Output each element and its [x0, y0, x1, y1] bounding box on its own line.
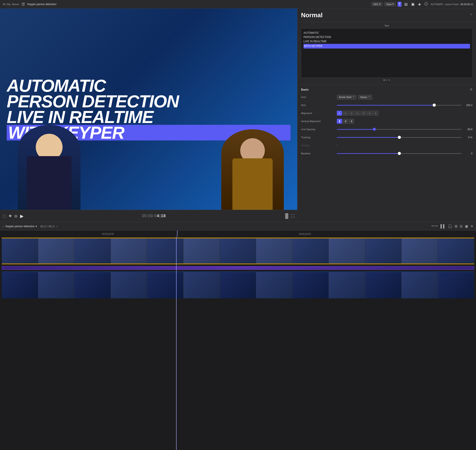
transform-tool-button[interactable]: ✥: [9, 214, 12, 218]
tracking-value: 0 %: [464, 136, 472, 139]
ruler-label-6s: 00:00:06:00: [299, 233, 311, 235]
blend-mode-chevron[interactable]: ⌃: [470, 13, 472, 18]
line-spacing-slider-track[interactable]: [337, 129, 462, 130]
baseline-value: 0: [464, 152, 472, 155]
align-justify4-button[interactable]: ≡: [373, 111, 378, 116]
align-justify3-button[interactable]: ≡: [367, 111, 372, 116]
vertical-alignment-label: Vertical Alignment: [301, 120, 337, 123]
clip-time: 06:11 / 06:11: [41, 225, 55, 228]
baseline-slider-track[interactable]: [337, 153, 462, 154]
playback-controls-bar: ⬚ ✥ ◎ ▶ 00:00:04:18 ⛶: [0, 210, 297, 222]
line-spacing-row: Line Spacing -98.8: [301, 127, 472, 132]
timeline-nav-bar: ‹ Keyper person detection ▾ 06:11 / 06:1…: [0, 222, 476, 230]
audio-meter-button[interactable]: ▌▌: [441, 224, 446, 228]
kerning-row: Kerning 0: [301, 143, 472, 148]
dots-indicator: [301, 78, 472, 83]
vertical-alignment-row: Vertical Alignment ⬆ ⬍ ⬇: [301, 118, 472, 124]
thumb-9: [293, 238, 329, 263]
ruler-mark-4s: 00:00:04:00: [102, 233, 114, 237]
dot-2: [386, 79, 388, 81]
baseline-label: Baseline: [301, 152, 337, 155]
film-icon: 🎬: [21, 2, 25, 6]
thumb-b10: [329, 272, 365, 298]
thumb-b1: [2, 272, 38, 298]
size-slider-track[interactable]: [337, 105, 462, 106]
valign-bottom-button[interactable]: ⬇: [349, 119, 354, 124]
line-spacing-value: -98.8: [464, 128, 472, 131]
color-tool-button[interactable]: ◎: [14, 214, 17, 218]
thumb-10: [329, 238, 365, 263]
timeline-ruler: 00:00:04:00 00:00:06:00: [0, 230, 476, 237]
video-track-2: [0, 271, 476, 299]
valign-top-button[interactable]: ⬆: [337, 119, 342, 124]
align-right-button[interactable]: ≡: [349, 111, 354, 116]
dot-3: [389, 79, 390, 81]
align-left-button[interactable]: ≡: [337, 111, 342, 116]
zoom-button[interactable]: 34% ▾: [372, 2, 383, 6]
grid-button[interactable]: ⊟: [460, 224, 463, 228]
video-text-line-2: PERSON DETECTION: [7, 94, 290, 109]
nav-next-button[interactable]: ›: [57, 225, 58, 228]
thumb-12: [402, 238, 438, 263]
text-line-3: LIVE IN REALTIME: [303, 39, 470, 44]
clip-title: Keyper person detection ▾: [6, 225, 37, 228]
inspector-panel: Normal ⌃ Text AUTOMATIC PERSON DETECTION…: [297, 8, 476, 222]
text-editor[interactable]: AUTOMATIC PERSON DETECTION LIVE IN REALT…: [301, 28, 472, 78]
timeline-ruler-playhead: [177, 231, 177, 237]
film-tool-button[interactable]: ▣: [410, 2, 415, 7]
tracking-slider-track[interactable]: [337, 137, 462, 138]
reset-basic-button[interactable]: ↺: [470, 88, 472, 91]
blend-mode-header: Normal ⌃: [297, 8, 476, 22]
monitor-button[interactable]: ▣: [465, 224, 468, 228]
media-info: 4K 25p, Stereo: [3, 3, 19, 6]
line-spacing-label: Line Spacing: [301, 128, 337, 131]
thumb-b8: [256, 272, 293, 298]
valign-middle-button[interactable]: ⬍: [343, 119, 348, 124]
info-tool-button[interactable]: ⓘ: [424, 1, 429, 7]
tracking-row: Tracking 0 %: [301, 135, 472, 140]
thumb-b13: [438, 272, 474, 298]
settings-button[interactable]: ✕: [470, 224, 473, 228]
play-button[interactable]: ▶: [20, 213, 23, 219]
top-timecode: 00:00:06:11: [460, 3, 473, 6]
font-family-select[interactable]: Avenir Next ⌃: [337, 95, 356, 100]
ruler-mark-6s: 00:00:06:00: [299, 233, 311, 237]
headphones-button[interactable]: 🎧: [448, 224, 452, 228]
size-value: 250.2: [464, 104, 472, 107]
thumb-7: [220, 238, 256, 263]
thumb-b3: [74, 272, 111, 298]
align-justify2-button[interactable]: ≡: [361, 111, 366, 116]
size-row: Size 250.2: [301, 102, 472, 108]
font-weight-select[interactable]: Heavy ⌃: [358, 95, 372, 100]
video-track-2-strip: [2, 272, 474, 298]
vertical-alignment-group: ⬆ ⬍ ⬇: [337, 119, 354, 124]
audio-waveform-button[interactable]: 〜〜: [431, 224, 438, 229]
thumb-b11: [365, 272, 402, 298]
ruler-label-4s: 00:00:04:00: [102, 233, 114, 235]
thumb-b5: [147, 272, 183, 298]
thumb-b6: [183, 272, 220, 298]
nav-prev-button[interactable]: ‹: [3, 225, 4, 228]
fullscreen-button[interactable]: ⛶: [291, 214, 295, 218]
alignment-label: Alignment: [301, 112, 337, 114]
text-tool-button[interactable]: T: [398, 2, 402, 7]
filter-tool-button[interactable]: ◈: [417, 2, 422, 7]
auto-label: AUTOMATI...ustom Fixed: [431, 3, 459, 6]
align-justify-button[interactable]: ≡: [355, 111, 360, 116]
size-label: Size: [301, 104, 337, 107]
crop-tool-button[interactable]: ⬚: [3, 214, 6, 218]
align-center-button[interactable]: ≡: [343, 111, 348, 116]
text-line-1: AUTOMATIC: [303, 31, 470, 35]
lines-tool-button[interactable]: ▤: [403, 2, 408, 7]
thumb-4: [111, 238, 147, 263]
clip-view-button[interactable]: ⊞: [454, 224, 458, 228]
font-row: Font Avenir Next ⌃ Heavy ⌃: [301, 94, 472, 100]
thumb-6: [183, 238, 220, 263]
view-button[interactable]: View ▾: [384, 2, 396, 6]
text-section-label: Text: [301, 24, 472, 27]
font-label: Font: [301, 96, 337, 98]
thumb-11: [365, 238, 402, 263]
thumb-b4: [111, 272, 147, 298]
thumb-3: [74, 238, 111, 263]
basic-section-title: Basic: [301, 88, 309, 91]
